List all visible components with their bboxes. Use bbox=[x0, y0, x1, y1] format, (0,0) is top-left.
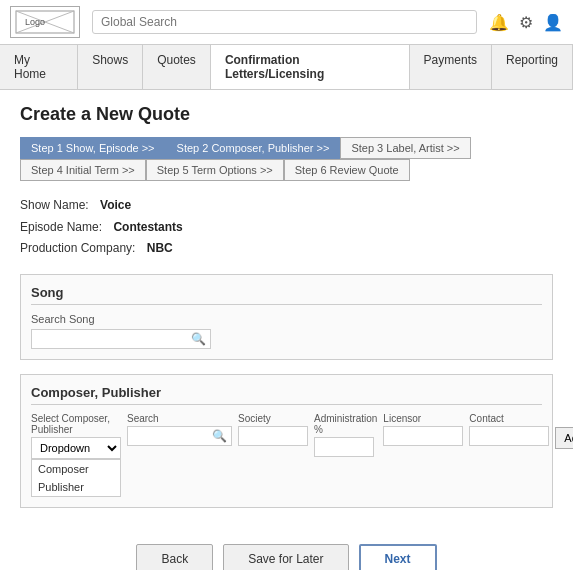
step-1[interactable]: Step 1 Show, Episode >> bbox=[20, 137, 166, 159]
user-icon[interactable]: 👤 bbox=[543, 13, 563, 32]
step-2[interactable]: Step 2 Composer, Publisher >> bbox=[166, 137, 341, 159]
nav-tabs: My Home Shows Quotes Confirmation Letter… bbox=[0, 45, 573, 90]
tab-quotes[interactable]: Quotes bbox=[143, 45, 211, 89]
episode-name-value: Contestants bbox=[113, 217, 182, 239]
licensor-input[interactable] bbox=[383, 426, 463, 446]
composer-search-icon[interactable]: 🔍 bbox=[208, 427, 231, 445]
contact-label: Contact bbox=[469, 413, 549, 424]
header: Logo 🔔 ⚙ 👤 bbox=[0, 0, 573, 45]
search-label: Search bbox=[127, 413, 232, 424]
tab-confirmation[interactable]: Confirmation Letters/Licensing bbox=[211, 45, 410, 89]
song-search-wrapper[interactable]: 🔍 bbox=[31, 329, 211, 349]
global-search-input[interactable] bbox=[101, 15, 468, 29]
society-input[interactable] bbox=[238, 426, 308, 446]
show-info: Show Name: Voice Episode Name: Contestan… bbox=[20, 195, 553, 260]
next-button[interactable]: Next bbox=[359, 544, 437, 570]
select-composer-group: Select Composer, Publisher Dropdown Comp… bbox=[31, 413, 121, 497]
logo: Logo bbox=[10, 6, 80, 38]
back-button[interactable]: Back bbox=[136, 544, 213, 570]
steps-bar: Step 1 Show, Episode >> Step 2 Composer,… bbox=[20, 137, 553, 181]
contact-input[interactable] bbox=[469, 426, 549, 446]
tab-shows[interactable]: Shows bbox=[78, 45, 143, 89]
dropdown-options: Composer Publisher bbox=[31, 459, 121, 497]
composer-publisher-select[interactable]: Dropdown Composer Publisher bbox=[31, 437, 121, 459]
step-3[interactable]: Step 3 Label, Artist >> bbox=[340, 137, 470, 159]
admin-label: Administration % bbox=[314, 413, 377, 435]
episode-name-label: Episode Name: bbox=[20, 217, 102, 239]
footer-buttons: Back Save for Later Next bbox=[20, 528, 553, 570]
production-company-value: NBC bbox=[147, 238, 173, 260]
composer-section-header: Composer, Publisher bbox=[31, 385, 542, 405]
society-group: Society bbox=[238, 413, 308, 446]
gear-icon[interactable]: ⚙ bbox=[519, 13, 533, 32]
page-content: Create a New Quote Step 1 Show, Episode … bbox=[0, 90, 573, 570]
logo-icon: Logo bbox=[15, 10, 75, 34]
tab-payments[interactable]: Payments bbox=[410, 45, 492, 89]
society-label: Society bbox=[238, 413, 308, 424]
dropdown-publisher[interactable]: Publisher bbox=[32, 478, 120, 496]
save-for-later-button[interactable]: Save for Later bbox=[223, 544, 348, 570]
select-composer-label: Select Composer, Publisher bbox=[31, 413, 121, 435]
header-icons: 🔔 ⚙ 👤 bbox=[489, 13, 563, 32]
song-search-label: Search Song bbox=[31, 313, 542, 325]
add-to-list-button[interactable]: Add to List bbox=[555, 427, 573, 449]
step-6[interactable]: Step 6 Review Quote bbox=[284, 159, 410, 181]
svg-text:Logo: Logo bbox=[25, 17, 45, 27]
tab-reporting[interactable]: Reporting bbox=[492, 45, 573, 89]
show-name-label: Show Name: bbox=[20, 195, 89, 217]
admin-group: Administration % bbox=[314, 413, 377, 457]
composer-search-input[interactable] bbox=[128, 427, 208, 445]
song-section-header: Song bbox=[31, 285, 542, 305]
global-search-bar[interactable] bbox=[92, 10, 477, 34]
page-title: Create a New Quote bbox=[20, 104, 553, 125]
production-company-label: Production Company: bbox=[20, 238, 135, 260]
composer-search-wrapper[interactable]: 🔍 bbox=[127, 426, 232, 446]
show-name-value: Voice bbox=[100, 195, 131, 217]
notification-icon[interactable]: 🔔 bbox=[489, 13, 509, 32]
contact-group: Contact bbox=[469, 413, 549, 446]
composer-fields: Select Composer, Publisher Dropdown Comp… bbox=[31, 413, 542, 497]
step-5[interactable]: Step 5 Term Options >> bbox=[146, 159, 284, 181]
song-search-input[interactable] bbox=[32, 330, 187, 348]
song-section: Song Search Song 🔍 bbox=[20, 274, 553, 360]
licensor-label: Licensor bbox=[383, 413, 463, 424]
search-group: Search 🔍 bbox=[127, 413, 232, 446]
composer-section: Composer, Publisher Select Composer, Pub… bbox=[20, 374, 553, 508]
admin-input[interactable] bbox=[314, 437, 374, 457]
song-search-icon[interactable]: 🔍 bbox=[187, 330, 210, 348]
tab-my-home[interactable]: My Home bbox=[0, 45, 78, 89]
licensor-group: Licensor bbox=[383, 413, 463, 446]
step-4[interactable]: Step 4 Initial Term >> bbox=[20, 159, 146, 181]
dropdown-composer[interactable]: Composer bbox=[32, 460, 120, 478]
